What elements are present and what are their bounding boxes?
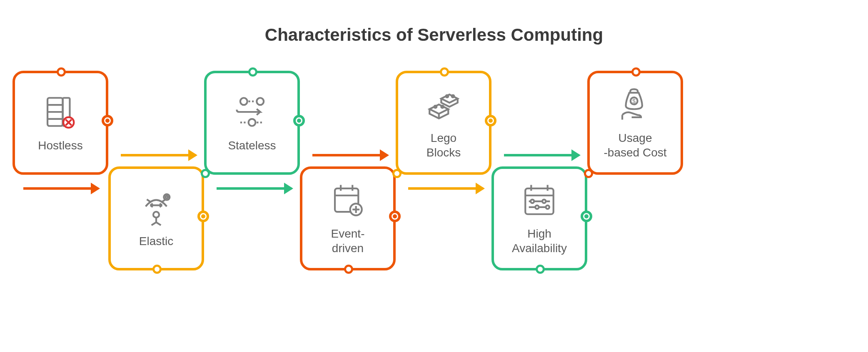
step-label: Elastic	[139, 234, 173, 248]
svg-point-13	[257, 98, 264, 105]
node-dot-icon	[344, 265, 353, 274]
svg-point-12	[240, 98, 247, 105]
node-dot-icon	[57, 67, 66, 77]
step-usage-based-cost: $ Usage -based Cost	[587, 71, 683, 175]
node-ring-icon	[197, 211, 209, 222]
node-ring-icon	[581, 211, 592, 222]
svg-point-14	[249, 119, 256, 126]
money-hand-icon: $	[616, 86, 654, 123]
characteristics-diagram: Hostless Elastic	[12, 71, 856, 320]
node-dot-icon	[536, 265, 545, 274]
svg-point-35	[531, 200, 534, 203]
svg-point-38	[546, 206, 549, 209]
node-ring-icon	[293, 115, 305, 126]
node-ring-icon	[102, 115, 113, 126]
blocks-icon	[425, 86, 462, 123]
step-event-driven: Event- driven	[300, 166, 396, 270]
arrow-icon	[217, 187, 292, 190]
step-stateless: Stateless	[204, 71, 300, 175]
node-dot-icon	[584, 169, 593, 178]
svg-point-8	[153, 211, 159, 217]
flex-person-icon	[137, 189, 175, 226]
arrow-icon	[121, 154, 196, 156]
step-high-availability: High Availability	[491, 166, 587, 270]
node-dot-icon	[392, 169, 402, 178]
page-title: Characteristics of Serverless Computing	[0, 0, 868, 45]
node-dot-icon	[152, 265, 162, 274]
svg-point-36	[542, 200, 546, 203]
step-lego-blocks: Lego Blocks	[396, 71, 491, 175]
node-dot-icon	[440, 67, 449, 77]
step-label: Lego Blocks	[427, 131, 461, 160]
node-dot-icon	[201, 169, 210, 178]
step-label: High Availability	[512, 226, 567, 255]
step-label: Hostless	[38, 138, 82, 153]
gears-flow-icon	[233, 93, 271, 131]
node-ring-icon	[389, 211, 401, 222]
arrow-icon	[23, 187, 98, 190]
arrow-icon	[408, 187, 483, 190]
schedule-icon	[521, 181, 558, 219]
arrow-icon	[312, 154, 387, 156]
node-ring-icon	[485, 115, 496, 126]
svg-point-37	[535, 206, 539, 209]
step-label: Stateless	[228, 138, 276, 153]
step-label: Event- driven	[331, 226, 365, 255]
node-dot-icon	[248, 67, 257, 77]
arrow-icon	[504, 154, 579, 156]
server-x-icon	[42, 93, 79, 131]
calendar-plus-icon	[329, 181, 367, 219]
svg-point-10	[166, 196, 168, 198]
node-dot-icon	[631, 67, 641, 77]
step-label: Usage -based Cost	[604, 131, 667, 160]
svg-text:$: $	[632, 98, 636, 104]
step-elastic: Elastic	[108, 166, 204, 270]
step-hostless: Hostless	[12, 71, 108, 175]
